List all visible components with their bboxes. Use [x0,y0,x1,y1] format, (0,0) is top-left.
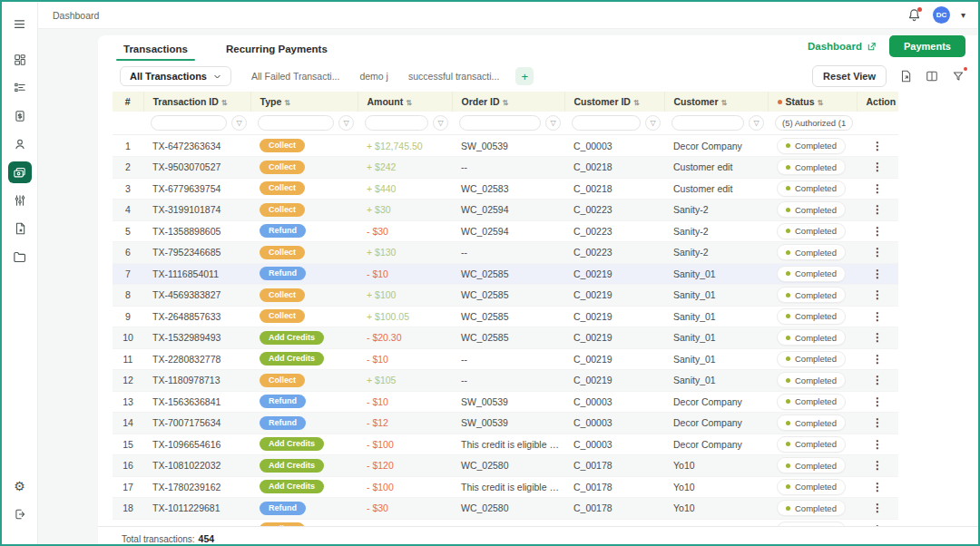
funnel-icon[interactable]: ▽ [545,115,561,131]
table-row[interactable]: 3 TX-6779639754 Collect + $440 WC_02583 … [113,178,898,200]
notifications-bell-icon[interactable] [907,8,922,23]
row-actions-kebab-icon[interactable]: ⋮ [872,438,883,451]
row-actions-kebab-icon[interactable]: ⋮ [872,331,883,344]
row-customer: Decor Company [664,413,768,434]
table-row[interactable]: 13 TX-1563636841 Refund - $10 SW_00539 C… [113,391,898,413]
view-dropdown[interactable]: All Transactions [120,66,231,86]
filter-status-input[interactable] [775,115,853,131]
col-order-id[interactable]: Order ID⇅ [452,92,564,112]
table-row[interactable]: 7 TX-1116854011 Refund - $10 WC_02585 C_… [113,263,898,285]
table-row[interactable]: 6 TX-7952346685 Collect + $130 -- C_0022… [113,242,898,264]
billing-icon[interactable] [8,105,32,127]
sort-icon[interactable]: ⇅ [406,99,412,107]
table-row[interactable]: 10 TX-1532989493 Add Credits - $20.30 WC… [113,327,898,349]
add-view-button[interactable]: + [515,67,534,85]
table-row[interactable]: 4 TX-3199101874 Collect + $30 WC_02594 C… [113,200,898,221]
filter-type-input[interactable] [258,115,334,131]
table-row[interactable]: 19 TX-1454841103 Collect + $130 WC_02580… [113,519,898,526]
table-row[interactable]: 18 TX-1011229681 Refund - $30 WC_02580 C… [113,498,898,520]
row-actions-kebab-icon[interactable]: ⋮ [872,459,883,472]
row-order-id: -- [452,157,564,179]
funnel-icon[interactable]: ▽ [433,115,448,131]
tab-recurring-payments[interactable]: Recurring Payments [224,44,329,61]
folder-icon[interactable] [8,246,32,268]
row-actions-kebab-icon[interactable]: ⋮ [872,182,883,195]
row-actions-kebab-icon[interactable]: ⋮ [872,140,883,152]
col-amount[interactable]: Amount⇅ [358,92,452,112]
export-icon[interactable] [898,69,913,83]
col-transaction-id[interactable]: Transaction ID⇅ [143,92,250,112]
sort-icon[interactable]: ⇅ [221,99,228,107]
saved-view-successful[interactable]: successful transacti... [408,71,499,82]
filter-transaction-id-input[interactable] [151,115,227,131]
row-transaction-id: TX-1454841103 [143,519,250,526]
table-row[interactable]: 8 TX-4569383827 Collect + $100 WC_02585 … [113,285,898,307]
logout-icon[interactable] [8,503,32,525]
table-row[interactable]: 9 TX-2648857633 Collect + $100.05 WC_025… [113,306,898,327]
payments-icon[interactable] [8,161,32,183]
sort-icon[interactable]: ⇅ [633,99,640,107]
reset-view-button[interactable]: Reset View [812,65,887,87]
documents-icon[interactable] [8,218,32,239]
status-dot-icon [786,399,790,404]
customers-icon[interactable] [8,133,32,155]
row-actions-kebab-icon[interactable]: ⋮ [872,161,883,173]
row-actions-kebab-icon[interactable]: ⋮ [872,288,883,301]
col-customer[interactable]: Customer⇅ [664,92,768,112]
row-actions-kebab-icon[interactable]: ⋮ [872,246,883,258]
funnel-icon[interactable]: ▽ [231,115,247,131]
row-actions-kebab-icon[interactable]: ⋮ [872,353,883,366]
table-row[interactable]: 17 TX-1780239162 Add Credits - $100 This… [113,476,898,498]
table-row[interactable]: 12 TX-1180978713 Collect + $105 -- C_002… [113,370,898,392]
orders-icon[interactable] [8,77,32,99]
sort-icon[interactable]: ⇅ [284,99,290,107]
filter-customer-input[interactable] [671,115,744,131]
row-actions-kebab-icon[interactable]: ⋮ [872,225,883,238]
table-row[interactable]: 11 TX-2280832778 Add Credits - $10 -- C_… [113,348,898,370]
payments-button[interactable]: Payments [889,35,965,57]
row-actions-kebab-icon[interactable]: ⋮ [872,203,883,216]
table-row[interactable]: 1 TX-6472363634 Collect + $12,745.50 SW_… [113,135,898,157]
adjustments-icon[interactable] [8,190,32,211]
filter-customer-id-input[interactable] [572,115,641,131]
table-row[interactable]: 2 TX-9503070527 Collect + $242 -- C_0021… [113,157,898,179]
table-row[interactable]: 15 TX-1096654616 Add Credits - $100 This… [113,434,898,455]
row-transaction-id: TX-1180978713 [143,370,250,392]
sort-icon[interactable]: ⇅ [721,99,728,107]
row-actions-kebab-icon[interactable]: ⋮ [872,310,883,323]
col-num[interactable]: # [113,92,143,112]
saved-view-demo[interactable]: demo j [359,71,388,82]
dashboard-icon[interactable] [8,49,32,71]
table-rows-viewport[interactable]: 1 TX-6472363634 Collect + $12,745.50 SW_… [98,135,978,526]
columns-icon[interactable] [925,69,939,83]
dashboard-link[interactable]: Dashboard [808,41,877,52]
settings-gear-icon[interactable]: ⚙ [8,475,32,497]
col-type[interactable]: Type⇅ [250,92,358,112]
col-customer-id[interactable]: Customer ID⇅ [564,92,664,112]
col-status[interactable]: Status⇅ [768,92,857,112]
funnel-icon[interactable]: ▽ [338,115,354,131]
row-actions-kebab-icon[interactable]: ⋮ [872,374,883,386]
main-area: Dashboard DC ▾ Transactions Recurring Pa… [38,2,978,544]
row-customer-id: C_00178 [564,455,664,477]
profile-chevron-down-icon[interactable]: ▾ [961,10,965,20]
tab-transactions[interactable]: Transactions [122,44,190,61]
filter-funnel-icon[interactable] [951,69,965,83]
funnel-icon[interactable]: ▽ [645,115,661,131]
filter-order-id-input[interactable] [459,115,541,131]
row-actions-kebab-icon[interactable]: ⋮ [872,268,883,280]
row-actions-kebab-icon[interactable]: ⋮ [872,416,883,429]
row-actions-kebab-icon[interactable]: ⋮ [872,502,883,514]
sort-icon[interactable]: ⇅ [503,99,509,107]
table-row[interactable]: 5 TX-1358898605 Refund - $30 WC_02594 C_… [113,220,898,242]
table-row[interactable]: 16 TX-1081022032 Add Credits - $120 WC_0… [113,455,898,477]
avatar[interactable]: DC [933,6,950,24]
funnel-icon[interactable]: ▽ [749,115,764,131]
saved-view-failed[interactable]: All Failed Transacti... [251,71,339,82]
table-row[interactable]: 14 TX-7007175634 Refund - $12 SW_00539 C… [113,413,898,434]
filter-amount-input[interactable] [365,115,428,131]
sort-icon[interactable]: ⇅ [818,99,824,107]
row-actions-kebab-icon[interactable]: ⋮ [872,395,883,408]
menu-icon[interactable] [8,13,32,34]
row-actions-kebab-icon[interactable]: ⋮ [872,481,883,493]
